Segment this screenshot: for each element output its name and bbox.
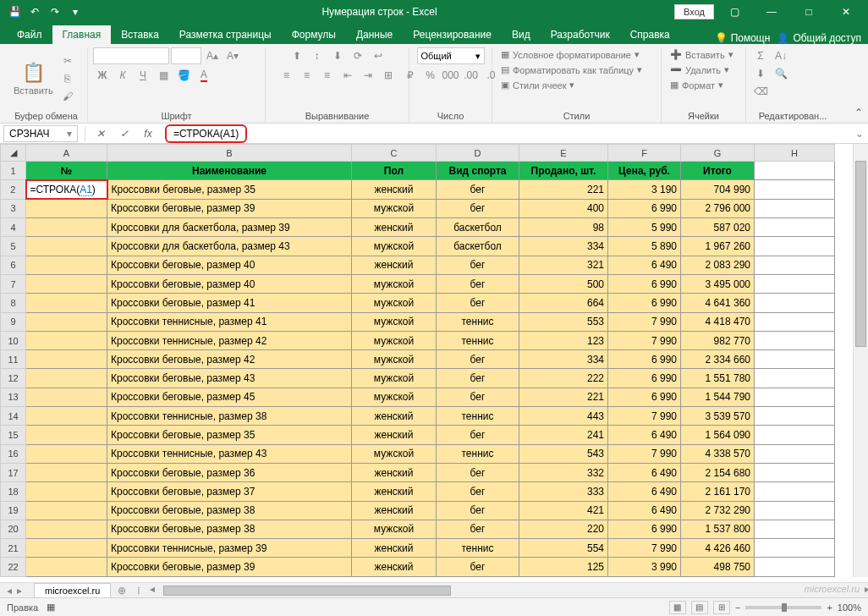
cell[interactable]: 982 770	[681, 331, 755, 349]
cell[interactable]	[755, 199, 835, 217]
row-header[interactable]: 14	[1, 407, 26, 426]
save-icon[interactable]: 💾	[5, 3, 24, 21]
scrollbar-thumb[interactable]	[855, 161, 866, 347]
page-break-view-icon[interactable]: ⊞	[713, 601, 730, 614]
cell[interactable]: бег	[437, 388, 519, 406]
cell[interactable]: мужской	[352, 520, 437, 538]
table-header[interactable]: Итого	[681, 162, 755, 180]
cell[interactable]: теннис	[437, 331, 519, 349]
select-all-corner[interactable]: ◢	[1, 145, 26, 162]
cell[interactable]: 554	[519, 539, 608, 558]
col-header[interactable]: A	[26, 145, 107, 162]
cell[interactable]	[755, 162, 835, 180]
ribbon-options-icon[interactable]: ▢	[717, 0, 751, 24]
cell[interactable]: Кроссовки беговые, размер 41	[107, 294, 352, 312]
tab-developer[interactable]: Разработчик	[541, 25, 620, 44]
align-top-icon[interactable]: ⬆	[288, 47, 306, 64]
add-sheet-icon[interactable]: ⊕	[111, 583, 133, 598]
cell[interactable]: 3 990	[608, 558, 681, 577]
row-header[interactable]: 19	[1, 501, 26, 520]
decrease-font-icon[interactable]: A▾	[223, 47, 242, 64]
cell[interactable]	[755, 180, 835, 199]
cell[interactable]: мужской	[352, 444, 437, 463]
cell[interactable]: 400	[519, 199, 608, 217]
cell[interactable]: 553	[519, 312, 608, 331]
scroll-left-icon[interactable]: ◂	[150, 583, 155, 595]
table-header[interactable]: Вид спорта	[437, 162, 519, 180]
cell[interactable]: бег	[437, 482, 519, 501]
cell[interactable]: Кроссовки беговые, размер 45	[107, 388, 352, 406]
macro-record-icon[interactable]: ▦	[47, 602, 55, 613]
cell[interactable]	[26, 199, 107, 217]
tab-file[interactable]: Файл	[7, 25, 52, 44]
italic-button[interactable]: К	[113, 67, 132, 84]
cell[interactable]: 7 990	[608, 407, 681, 426]
sheet-nav-next-icon[interactable]: ▸	[15, 585, 24, 597]
cell[interactable]	[755, 350, 835, 369]
formula-input[interactable]: =СТРОКА(A1)	[165, 124, 247, 143]
zoom-in-icon[interactable]: +	[827, 602, 832, 613]
cell[interactable]: 221	[519, 180, 608, 199]
cell-styles-button[interactable]: ▣Стили ячеек▾	[497, 78, 578, 92]
col-header[interactable]: H	[755, 145, 835, 162]
cell[interactable]: 7 990	[608, 331, 681, 349]
cell[interactable]: мужской	[352, 388, 437, 406]
align-left-icon[interactable]: ≡	[277, 67, 296, 84]
minimize-icon[interactable]: —	[755, 0, 788, 24]
cell[interactable]: мужской	[352, 369, 437, 388]
row-header[interactable]: 7	[1, 274, 26, 293]
cell[interactable]	[26, 312, 107, 331]
format-painter-icon[interactable]: 🖌	[58, 88, 77, 105]
cell[interactable]: 3 539 570	[681, 407, 755, 426]
cell[interactable]: 1 564 090	[681, 426, 755, 444]
cell[interactable]	[755, 274, 835, 293]
row-header[interactable]: 16	[1, 444, 26, 463]
cell[interactable]: мужской	[352, 331, 437, 349]
merge-icon[interactable]: ⊞	[379, 67, 398, 84]
cell[interactable]: 221	[519, 388, 608, 406]
cell[interactable]: 2 334 660	[681, 350, 755, 369]
table-header[interactable]: Наименование	[107, 162, 352, 180]
cell[interactable]: 6 990	[608, 274, 681, 293]
conditional-formatting-button[interactable]: ▦Условное форматирование▾	[497, 47, 643, 62]
cell[interactable]: 6 990	[608, 350, 681, 369]
increase-font-icon[interactable]: A▴	[203, 47, 222, 64]
cell[interactable]: баскетбол	[437, 237, 519, 256]
cell[interactable]: =СТРОКА(A1)	[26, 180, 107, 199]
cell[interactable]: женский	[352, 501, 437, 520]
cell[interactable]: 321	[519, 256, 608, 274]
row-header[interactable]: 20	[1, 520, 26, 538]
tab-layout[interactable]: Разметка страницы	[169, 25, 282, 44]
row-header[interactable]: 12	[1, 369, 26, 388]
normal-view-icon[interactable]: ▦	[669, 601, 686, 614]
row-header[interactable]: 1	[1, 162, 26, 180]
table-header[interactable]: Продано, шт.	[519, 162, 608, 180]
cell[interactable]: 123	[519, 331, 608, 349]
cell[interactable]: 443	[519, 407, 608, 426]
table-header[interactable]: №	[26, 162, 107, 180]
cell[interactable]: 4 641 360	[681, 294, 755, 312]
worksheet-grid[interactable]: ◢ A B C D E F G H 1 № Наименование Пол В…	[0, 144, 868, 577]
col-header[interactable]: B	[107, 145, 352, 162]
cell[interactable]: женский	[352, 463, 437, 481]
row-header[interactable]: 2	[1, 180, 26, 199]
cell[interactable]	[26, 237, 107, 256]
tab-help[interactable]: Справка	[620, 25, 680, 44]
cell[interactable]: бег	[437, 199, 519, 217]
cell[interactable]: Кроссовки беговые, размер 38	[107, 520, 352, 538]
sheet-nav-prev-icon[interactable]: ◂	[5, 585, 14, 597]
cell[interactable]: Кроссовки теннисные, размер 41	[107, 312, 352, 331]
cell[interactable]: Кроссовки беговые, размер 40	[107, 256, 352, 274]
cell[interactable]: 6 490	[608, 426, 681, 444]
cell[interactable]: 5 890	[608, 237, 681, 256]
cell[interactable]: 498 750	[681, 558, 755, 577]
cell[interactable]: бег	[437, 369, 519, 388]
row-header[interactable]: 15	[1, 426, 26, 444]
insert-cells-button[interactable]: ➕Вставить▾	[667, 47, 737, 62]
cell[interactable]	[755, 331, 835, 349]
cell[interactable]: Кроссовки беговые, размер 38	[107, 501, 352, 520]
cell[interactable]: 98	[519, 218, 608, 237]
percent-icon[interactable]: %	[421, 67, 440, 84]
font-size-combo[interactable]	[171, 47, 201, 64]
cell[interactable]: 421	[519, 501, 608, 520]
